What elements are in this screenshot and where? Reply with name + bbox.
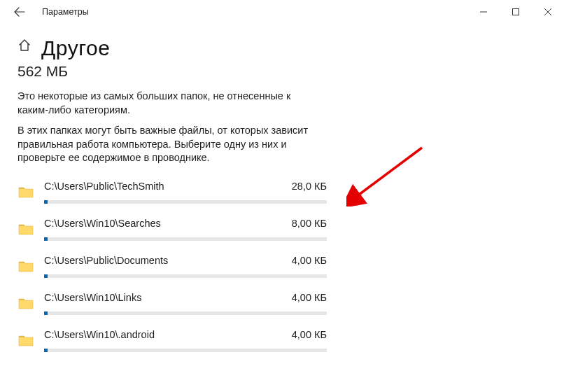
home-icon[interactable] <box>17 38 31 56</box>
back-arrow-icon <box>14 6 25 18</box>
usage-bar-fill <box>44 200 48 204</box>
total-size: 562 МБ <box>17 63 547 80</box>
folder-path: C:\Users\Win10\.android <box>44 329 285 340</box>
folder-icon <box>17 332 34 349</box>
usage-bar-fill <box>44 349 48 352</box>
close-button[interactable] <box>532 0 564 24</box>
usage-bar <box>44 237 327 241</box>
window-controls <box>467 0 564 24</box>
folder-item[interactable]: C:\Users\Public\Documents4,00 КБ <box>17 255 327 278</box>
folder-size: 4,00 КБ <box>292 329 327 340</box>
folder-path: C:\Users\Public\Documents <box>44 255 285 266</box>
folder-icon <box>17 220 34 237</box>
folder-size: 4,00 КБ <box>292 255 327 266</box>
usage-bar <box>44 274 327 278</box>
usage-bar-fill <box>44 274 48 278</box>
folder-icon <box>17 183 34 200</box>
description-2: В этих папках могут быть важные файлы, о… <box>17 124 329 165</box>
folder-list: C:\Users\Public\TechSmith28,0 КБC:\Users… <box>17 181 327 352</box>
folder-icon <box>17 295 34 312</box>
content: Другое 562 МБ Это некоторые из самых бол… <box>0 24 564 352</box>
window-title: Параметры <box>34 7 89 17</box>
svg-rect-0 <box>513 9 519 15</box>
description-1: Это некоторые из самых больших папок, не… <box>17 90 318 117</box>
back-button[interactable] <box>6 0 34 24</box>
folder-item[interactable]: C:\Users\Public\TechSmith28,0 КБ <box>17 181 327 204</box>
folder-body: C:\Users\Win10\Links4,00 КБ <box>44 292 327 315</box>
folder-item[interactable]: C:\Users\Win10\.android4,00 КБ <box>17 329 327 352</box>
minimize-button[interactable] <box>467 0 500 24</box>
folder-item[interactable]: C:\Users\Win10\Links4,00 КБ <box>17 292 327 315</box>
usage-bar-fill <box>44 312 48 315</box>
usage-bar-fill <box>44 237 48 241</box>
folder-size: 28,0 КБ <box>292 181 327 192</box>
heading-row: Другое <box>17 36 547 60</box>
usage-bar <box>44 200 327 204</box>
titlebar: Параметры <box>0 0 564 24</box>
folder-icon <box>17 258 34 274</box>
usage-bar <box>44 312 327 315</box>
folder-path: C:\Users\Win10\Searches <box>44 218 285 229</box>
folder-size: 8,00 КБ <box>292 218 327 229</box>
folder-path: C:\Users\Win10\Links <box>44 292 285 303</box>
folder-body: C:\Users\Win10\Searches8,00 КБ <box>44 218 327 241</box>
folder-body: C:\Users\Public\TechSmith28,0 КБ <box>44 181 327 204</box>
folder-size: 4,00 КБ <box>292 292 327 303</box>
folder-path: C:\Users\Public\TechSmith <box>44 181 285 192</box>
usage-bar <box>44 349 327 352</box>
folder-item[interactable]: C:\Users\Win10\Searches8,00 КБ <box>17 218 327 241</box>
maximize-button[interactable] <box>500 0 532 24</box>
page-title: Другое <box>41 36 110 60</box>
folder-body: C:\Users\Win10\.android4,00 КБ <box>44 329 327 352</box>
folder-body: C:\Users\Public\Documents4,00 КБ <box>44 255 327 278</box>
